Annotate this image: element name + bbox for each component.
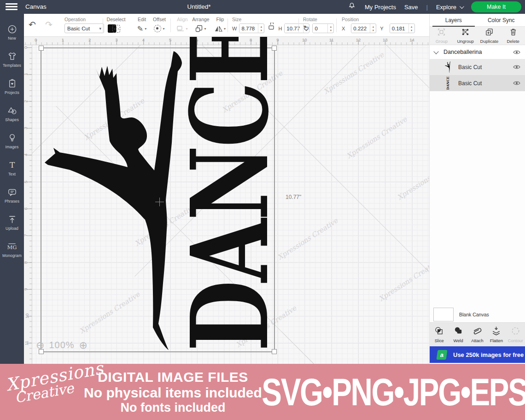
operation-value: Basic Cut bbox=[67, 26, 90, 31]
layer-row-dancer[interactable]: Basic Cut bbox=[430, 59, 525, 75]
selection-handle-top-left[interactable] bbox=[39, 46, 44, 51]
svg-text:MG: MG bbox=[7, 244, 17, 250]
position-y-stepper[interactable]: ▴▾ bbox=[408, 24, 414, 33]
position-y-input[interactable] bbox=[390, 24, 408, 33]
tool-label: Flatten bbox=[490, 338, 503, 343]
position-x-input[interactable] bbox=[351, 24, 370, 33]
design-canvas[interactable]: Xpressions CreativeXpressions CreativeXp… bbox=[24, 37, 429, 364]
sidebar-item-label: Upload bbox=[6, 226, 18, 231]
sidebar-item-upload[interactable]: Upload bbox=[0, 209, 24, 236]
redo-icon[interactable]: ↷ bbox=[45, 20, 52, 29]
v-ruler-number: 4 bbox=[24, 154, 28, 156]
ungroup-icon bbox=[461, 28, 470, 38]
h-ruler-number: 10 bbox=[302, 37, 307, 42]
vertical-ruler: 01234567891011 bbox=[24, 45, 32, 364]
h-ruler-number: 2 bbox=[88, 37, 91, 42]
layer-row-dance-text[interactable]: DANCE Basic Cut bbox=[430, 75, 525, 91]
tab-color-sync[interactable]: Color Sync bbox=[478, 14, 525, 26]
tool-label: Attach bbox=[471, 338, 483, 343]
v-ruler-number: 8 bbox=[24, 261, 28, 263]
width-axis-label: W bbox=[232, 26, 237, 31]
visibility-eye-icon[interactable] bbox=[513, 64, 520, 70]
sidebar-item-label: Monogram bbox=[2, 253, 22, 258]
sidebar-item-label: Phrases bbox=[5, 199, 19, 204]
tool-label: Slice bbox=[435, 338, 444, 343]
h-ruler-number: 0 bbox=[35, 37, 37, 42]
visibility-eye-icon[interactable] bbox=[513, 50, 520, 55]
projects-icon bbox=[7, 78, 18, 89]
selection-handle-top-right[interactable] bbox=[272, 46, 277, 51]
offset-button[interactable]: Offset ▾ bbox=[149, 14, 169, 37]
width-input[interactable] bbox=[239, 24, 258, 33]
sidebar-item-text[interactable]: TText bbox=[0, 154, 24, 181]
visibility-eye-icon[interactable] bbox=[513, 81, 520, 86]
save-link[interactable]: Save bbox=[404, 4, 418, 11]
deselect-icon bbox=[112, 25, 120, 33]
zoom-in-icon[interactable]: ⊕ bbox=[79, 340, 88, 350]
group-button[interactable]: Group bbox=[430, 27, 454, 45]
undo-icon[interactable]: ↶ bbox=[29, 20, 36, 29]
deselect-button[interactable]: Deselect bbox=[106, 14, 126, 37]
my-projects-link[interactable]: My Projects bbox=[365, 4, 396, 11]
sidebar-item-monogram[interactable]: MGMonogram bbox=[0, 236, 24, 263]
make-it-button[interactable]: Make It bbox=[471, 1, 521, 12]
access-badge-icon: a bbox=[437, 350, 448, 360]
duplicate-button[interactable]: Duplicate bbox=[478, 27, 502, 45]
sidebar-item-shapes[interactable]: Shapes bbox=[0, 100, 24, 127]
unlock-icon[interactable] bbox=[268, 23, 274, 32]
upload-icon bbox=[7, 214, 18, 225]
sidebar-item-projects[interactable]: Projects bbox=[0, 73, 24, 100]
zoom-out-icon[interactable]: ⊖ bbox=[36, 340, 44, 350]
selection-bounding-box[interactable]: DANCE bbox=[41, 47, 275, 352]
deselect-label: Deselect bbox=[107, 17, 126, 22]
operation-select[interactable]: Basic Cut ▾ bbox=[64, 23, 104, 33]
layer-group-header[interactable]: Danceballerina bbox=[430, 45, 525, 59]
text-icon: T bbox=[7, 160, 18, 170]
edit-label: Edit bbox=[138, 17, 146, 22]
v-ruler-number: 6 bbox=[24, 207, 28, 210]
design-space-app: Canvas Untitled* My Projects Save | Expl… bbox=[0, 0, 525, 420]
explore-menu[interactable]: Explore bbox=[436, 4, 463, 11]
attach-button[interactable]: Attach bbox=[468, 323, 487, 346]
tab-layers[interactable]: Layers bbox=[430, 14, 478, 26]
slice-button[interactable]: Slice bbox=[430, 323, 449, 346]
duplicate-icon bbox=[485, 28, 494, 38]
height-input[interactable] bbox=[285, 24, 303, 33]
rotate-icon[interactable]: ↻ bbox=[303, 25, 309, 32]
align-button[interactable]: Align ▾ bbox=[172, 14, 192, 37]
selection-handle-bottom-right[interactable] bbox=[272, 349, 277, 354]
width-stepper[interactable]: ▴▾ bbox=[258, 24, 264, 33]
menu-icon[interactable] bbox=[6, 3, 18, 11]
blank-canvas-row[interactable]: Blank Canvas bbox=[430, 307, 525, 322]
delete-button[interactable]: Delete bbox=[501, 27, 525, 45]
ungroup-button[interactable]: Ungroup bbox=[454, 27, 478, 45]
layer-group-name: Danceballerina bbox=[443, 49, 513, 55]
rotate-stepper[interactable]: ▴▾ bbox=[327, 24, 333, 33]
arrange-button[interactable]: Arrange ▾ bbox=[191, 14, 211, 37]
sidebar-item-phrases[interactable]: Phrases bbox=[0, 181, 24, 209]
sidebar-item-templates[interactable]: Templates bbox=[0, 46, 24, 73]
weld-icon bbox=[454, 326, 463, 338]
flatten-button[interactable]: Flatten bbox=[487, 323, 506, 346]
sidebar-item-label: Shapes bbox=[5, 117, 19, 122]
weld-button[interactable]: Weld bbox=[449, 323, 467, 346]
dance-word-art[interactable]: DANCE bbox=[185, 49, 274, 351]
top-bar: Canvas Untitled* My Projects Save | Expl… bbox=[0, 0, 525, 14]
sidebar-item-new[interactable]: New bbox=[0, 18, 24, 46]
zoom-control: ⊖ 100% ⊕ bbox=[36, 340, 88, 350]
images-promo-banner[interactable]: a Use 250k images for free bbox=[430, 346, 525, 363]
h-ruler-number: 12 bbox=[356, 37, 361, 42]
sidebar-item-images[interactable]: Images bbox=[0, 127, 24, 154]
zoom-level: 100% bbox=[49, 340, 74, 350]
position-x-stepper[interactable]: ▴▾ bbox=[370, 24, 376, 33]
tool-label: Weld bbox=[454, 338, 463, 343]
rotate-input[interactable] bbox=[313, 24, 327, 33]
align-icon bbox=[177, 25, 184, 32]
notifications-bell-icon[interactable] bbox=[347, 1, 356, 13]
v-ruler-number: 5 bbox=[24, 181, 28, 183]
contour-button[interactable]: Contour bbox=[506, 323, 525, 346]
v-ruler-number: 1 bbox=[24, 73, 28, 76]
blank-canvas-swatch[interactable] bbox=[433, 308, 454, 321]
align-label: Align bbox=[177, 17, 187, 22]
action-label: Ungroup bbox=[457, 39, 473, 44]
